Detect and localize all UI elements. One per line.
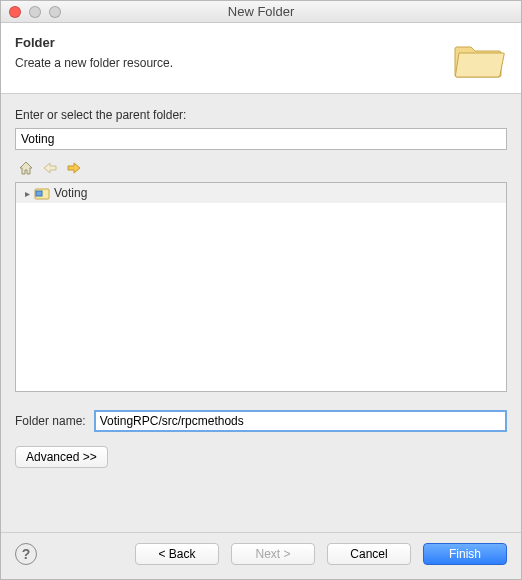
advanced-row: Advanced >> xyxy=(15,446,507,468)
dialog-window: New Folder Folder Create a new folder re… xyxy=(0,0,522,580)
chevron-right-icon[interactable]: ▸ xyxy=(22,188,32,199)
help-icon[interactable]: ? xyxy=(15,543,37,565)
tree-item-label: Voting xyxy=(54,186,87,200)
header-text: Folder Create a new folder resource. xyxy=(15,35,173,70)
folder-name-label: Folder name: xyxy=(15,414,86,428)
tree-nav xyxy=(15,156,507,180)
forward-arrow-icon[interactable] xyxy=(65,160,83,176)
folder-tree[interactable]: ▸ Voting xyxy=(15,182,507,392)
svg-rect-1 xyxy=(36,191,42,196)
close-icon[interactable] xyxy=(9,6,21,18)
advanced-button[interactable]: Advanced >> xyxy=(15,446,108,468)
next-button: Next > xyxy=(231,543,315,565)
footer-buttons: < Back Next > Cancel Finish xyxy=(135,543,507,565)
header-subtitle: Create a new folder resource. xyxy=(15,56,173,70)
parent-folder-label: Enter or select the parent folder: xyxy=(15,108,507,122)
window-controls xyxy=(9,6,61,18)
finish-button[interactable]: Finish xyxy=(423,543,507,565)
dialog-footer: ? < Back Next > Cancel Finish xyxy=(1,532,521,579)
tree-item[interactable]: ▸ Voting xyxy=(16,183,506,203)
parent-folder-input[interactable] xyxy=(15,128,507,150)
back-button[interactable]: < Back xyxy=(135,543,219,565)
titlebar: New Folder xyxy=(1,1,521,23)
header-title: Folder xyxy=(15,35,173,50)
dialog-header: Folder Create a new folder resource. xyxy=(1,23,521,94)
folder-name-row: Folder name: xyxy=(15,410,507,432)
folder-icon xyxy=(451,35,507,79)
window-title: New Folder xyxy=(1,4,521,19)
folder-name-input[interactable] xyxy=(94,410,507,432)
back-arrow-icon[interactable] xyxy=(41,160,59,176)
zoom-icon xyxy=(49,6,61,18)
home-icon[interactable] xyxy=(17,160,35,176)
minimize-icon xyxy=(29,6,41,18)
dialog-body: Enter or select the parent folder: ▸ xyxy=(1,94,521,532)
cancel-button[interactable]: Cancel xyxy=(327,543,411,565)
project-icon xyxy=(34,186,50,200)
